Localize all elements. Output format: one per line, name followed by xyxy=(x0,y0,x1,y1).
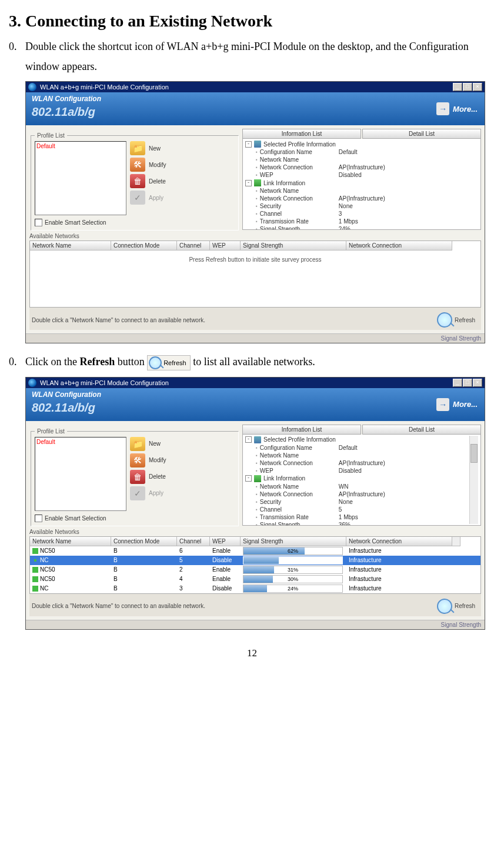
refresh-button[interactable]: Refresh xyxy=(433,597,479,615)
modify-profile-button[interactable]: 🛠Modify xyxy=(130,453,166,467)
step-2: 0.Click on the Refresh button Refresh to… xyxy=(25,352,495,372)
col-signal-strength[interactable]: Signal Strength xyxy=(241,241,346,251)
page-number: 12 xyxy=(9,647,495,659)
titlebar[interactable]: WLAN a+b+g mini-PCI Module Configuration… xyxy=(26,378,485,388)
network-row[interactable]: NCB3Disable24%Infrastucture xyxy=(30,584,480,593)
col-signal-strength[interactable]: Signal Strength xyxy=(241,537,346,546)
info-panel: Information List Detail List -Selected P… xyxy=(242,425,481,526)
folder-new-icon: 📁 xyxy=(130,437,145,451)
link-info-icon xyxy=(254,475,261,482)
delete-profile-button[interactable]: 🗑Delete xyxy=(130,470,166,484)
info-row: ▪Network NameWN xyxy=(245,483,468,490)
profile-item-default[interactable]: Default xyxy=(36,439,125,445)
more-button[interactable]: → More... xyxy=(436,398,478,411)
step-1: 0.Double click the shortcut icon of WLAN… xyxy=(25,36,495,76)
available-networks-label: Available Networks xyxy=(29,529,481,535)
collapse-icon[interactable]: - xyxy=(245,436,252,443)
wrench-icon: 🛠 xyxy=(130,453,145,467)
enable-smart-label: Enable Smart Selection xyxy=(45,515,106,522)
info-row: ▪Configuration NameDefault xyxy=(245,444,468,452)
network-row[interactable]: NC50B2Enable31%Infrastucture xyxy=(30,565,480,575)
col-connection-mode[interactable]: Connection Mode xyxy=(111,537,177,546)
info-row: ▪Network ConnectionAP(Infrastructure) xyxy=(245,459,468,467)
info-row: ▪Channel5 xyxy=(245,506,468,513)
modify-profile-button[interactable]: 🛠Modify xyxy=(130,158,166,172)
enable-smart-checkbox[interactable] xyxy=(35,515,42,522)
col-wep[interactable]: WEP xyxy=(210,537,241,546)
site-survey-placeholder: Press Refresh button to initiate site su… xyxy=(30,251,480,269)
trash-icon: 🗑 xyxy=(130,174,145,188)
antenna-icon xyxy=(32,586,38,592)
network-row[interactable]: NCB5Disable36%Infrastucture xyxy=(30,556,480,565)
info-row: ▪WEPDisabled xyxy=(245,171,478,179)
antenna-icon xyxy=(32,567,38,573)
more-button[interactable]: → More... xyxy=(436,102,478,115)
new-profile-button[interactable]: 📁New xyxy=(130,437,166,451)
col-connection-mode[interactable]: Connection Mode xyxy=(111,241,177,251)
profile-list-panel: Profile List Default 📁New 🛠Modify 🗑Delet… xyxy=(31,428,239,526)
connect-hint: Double click a "Network Name" to connect… xyxy=(32,603,205,609)
enable-smart-checkbox[interactable] xyxy=(35,219,42,226)
col-network-name[interactable]: Network Name xyxy=(30,537,111,546)
network-row[interactable]: NC50B6Enable62%Infrastucture xyxy=(30,546,480,556)
tab-information-list[interactable]: Information List xyxy=(242,425,361,435)
info-tree[interactable]: -Selected Profile Information ▪Configura… xyxy=(245,436,468,524)
col-wep[interactable]: WEP xyxy=(210,241,241,251)
networks-table: Network Name Connection Mode Channel WEP… xyxy=(29,241,481,308)
apply-profile-button: ✓Apply xyxy=(130,486,166,500)
info-tree[interactable]: -Selected Profile Information ▪Configura… xyxy=(245,140,478,228)
maximize-button[interactable]: □ xyxy=(463,379,472,387)
statusbar: Signal Strength xyxy=(26,620,485,629)
info-row: ▪Network ConnectionAP(Infrastructure) xyxy=(245,195,478,202)
profile-list-panel: Profile List Default 📁New 🛠Modify 🗑Delet… xyxy=(31,132,239,231)
window-title: WLAN a+b+g mini-PCI Module Configuration xyxy=(40,379,169,386)
minimize-button[interactable]: _ xyxy=(453,379,462,387)
app-icon xyxy=(28,83,36,91)
new-profile-button[interactable]: 📁New xyxy=(130,141,166,155)
available-networks-label: Available Networks xyxy=(29,233,481,239)
statusbar: Signal Strength xyxy=(26,333,485,343)
col-channel[interactable]: Channel xyxy=(177,241,210,251)
close-button[interactable]: × xyxy=(473,379,482,387)
maximize-button[interactable]: □ xyxy=(463,83,472,91)
close-button[interactable]: × xyxy=(473,83,482,91)
profile-info-icon xyxy=(254,436,261,443)
info-row: ▪WEPDisabled xyxy=(245,467,468,475)
info-row: ▪SecurityNone xyxy=(245,202,478,210)
info-row: ▪Network Name xyxy=(245,452,468,459)
profile-info-icon xyxy=(254,141,261,148)
col-network-connection[interactable]: Network Connection xyxy=(346,241,452,251)
col-network-name[interactable]: Network Name xyxy=(30,241,111,251)
collapse-icon[interactable]: - xyxy=(245,141,252,148)
magnifier-icon xyxy=(437,312,452,328)
profile-listbox[interactable]: Default xyxy=(35,141,126,215)
magnifier-icon xyxy=(149,356,162,369)
tab-information-list[interactable]: Information List xyxy=(242,129,361,139)
profile-listbox[interactable]: Default xyxy=(35,437,126,511)
info-row: ▪Signal Strength24% xyxy=(245,225,478,230)
tab-detail-list[interactable]: Detail List xyxy=(362,425,481,435)
minimize-button[interactable]: _ xyxy=(453,83,462,91)
arrow-right-icon: → xyxy=(436,102,449,115)
info-row: ▪Network Name xyxy=(245,187,478,195)
collapse-icon[interactable]: - xyxy=(245,475,252,482)
delete-profile-button[interactable]: 🗑Delete xyxy=(130,174,166,188)
apply-profile-button: ✓Apply xyxy=(130,191,166,205)
antenna-icon xyxy=(32,576,38,582)
section-heading: 3. Connecting to an Existing Network xyxy=(9,12,495,31)
info-row: ▪Signal Strength36% xyxy=(245,521,468,526)
collapse-icon[interactable]: - xyxy=(245,180,252,186)
profile-item-default[interactable]: Default xyxy=(36,143,125,149)
refresh-button[interactable]: Refresh xyxy=(433,311,479,329)
info-row: ▪SecurityNone xyxy=(245,498,468,506)
folder-new-icon: 📁 xyxy=(130,141,145,155)
tab-detail-list[interactable]: Detail List xyxy=(362,129,481,139)
network-row[interactable]: NC50B4Enable30%Infrastucture xyxy=(30,575,480,584)
col-channel[interactable]: Channel xyxy=(177,537,210,546)
enable-smart-label: Enable Smart Selection xyxy=(45,219,106,226)
col-network-connection[interactable]: Network Connection xyxy=(346,537,452,546)
scrollbar[interactable] xyxy=(469,436,478,524)
banner: WLAN Configuration 802.11a/b/g → More... xyxy=(26,388,485,421)
check-icon: ✓ xyxy=(130,486,145,500)
titlebar[interactable]: WLAN a+b+g mini-PCI Module Configuration… xyxy=(26,82,485,92)
